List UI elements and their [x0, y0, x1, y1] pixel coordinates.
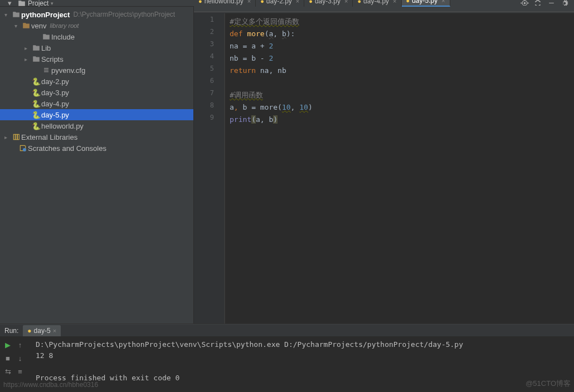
file-day-3[interactable]: 🐍day-3.py: [0, 87, 193, 98]
pyvenv-cfg[interactable]: pyvenv.cfg: [0, 65, 193, 76]
close-icon[interactable]: ×: [53, 327, 56, 334]
scratches-consoles[interactable]: Scratches and Consoles: [0, 143, 193, 154]
project-tree[interactable]: ▾ pythonProject D:\PycharmProjects\pytho…: [0, 7, 194, 324]
close-icon[interactable]: ×: [393, 0, 396, 4]
tab-day-4[interactable]: ●day-4.py×: [353, 0, 401, 7]
tab-day-2[interactable]: ●day-2.py×: [256, 0, 304, 7]
scripts-folder[interactable]: ▸ Scripts: [0, 53, 193, 65]
lib-folder[interactable]: ▸ Lib: [0, 42, 193, 53]
svg-point-13: [23, 148, 26, 151]
tab-day-3[interactable]: ●day-3.py×: [304, 0, 353, 7]
project-root[interactable]: ▾ pythonProject D:\PycharmProjects\pytho…: [0, 9, 193, 20]
svg-rect-8: [44, 70, 48, 71]
up-button[interactable]: ↑: [14, 339, 26, 350]
file-day-2[interactable]: 🐍day-2.py: [0, 76, 193, 87]
svg-rect-12: [17, 134, 19, 139]
file-day-4[interactable]: 🐍day-4.py: [0, 98, 193, 109]
down-button[interactable]: ↓: [14, 352, 26, 364]
tab-day-5[interactable]: ●day-5.py×: [402, 0, 450, 7]
editor-tabs: ●helloworld.py× ●day-2.py× ●day-3.py× ●d…: [194, 6, 574, 12]
run-output[interactable]: D:\PycharmProjects\pythonProject\venv\Sc…: [31, 337, 574, 391]
run-tab[interactable]: ●day-5×: [23, 325, 61, 336]
svg-rect-11: [16, 134, 17, 139]
svg-rect-10: [13, 134, 15, 139]
soft-wrap-button[interactable]: ≡: [14, 366, 26, 377]
run-label: Run:: [4, 327, 18, 335]
line-gutter[interactable]: 123 456 789: [194, 13, 225, 324]
file-helloworld[interactable]: 🐍helloworld.py: [0, 120, 193, 131]
include-folder[interactable]: Include: [0, 31, 193, 42]
watermark-left: https://www.cndba.cn/hbhe0316: [3, 381, 98, 389]
venv-folder[interactable]: ▾ venv library root: [0, 20, 193, 31]
external-libraries[interactable]: ▸ External Libraries: [0, 131, 193, 143]
project-dropdown[interactable]: Project ▾: [18, 0, 53, 7]
rerun-button[interactable]: ⇆: [2, 366, 13, 377]
code-editor[interactable]: #定义多个返回值函数 def more(a, b): na = a + 2 nb…: [225, 13, 574, 324]
close-icon[interactable]: ×: [296, 0, 299, 4]
svg-rect-9: [44, 71, 48, 72]
run-button[interactable]: ▶: [2, 339, 13, 350]
watermark-right: @51CTO博客: [526, 379, 571, 389]
file-day-5[interactable]: 🐍day-5.py: [0, 109, 193, 120]
close-icon[interactable]: ×: [344, 0, 348, 4]
close-icon[interactable]: ×: [247, 0, 251, 4]
stop-button[interactable]: ■: [2, 352, 13, 364]
svg-rect-7: [44, 68, 48, 69]
tab-helloworld[interactable]: ●helloworld.py×: [194, 0, 256, 7]
svg-point-1: [524, 2, 526, 4]
close-icon[interactable]: ×: [441, 0, 445, 4]
